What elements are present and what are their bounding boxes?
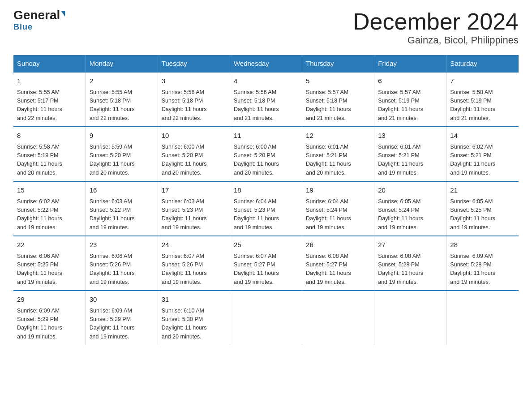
day-cell: 29Sunrise: 6:09 AMSunset: 5:29 PMDayligh…	[13, 291, 86, 345]
header-saturday: Saturday	[446, 55, 519, 72]
day-info: Sunrise: 6:06 AMSunset: 5:25 PMDaylight:…	[17, 252, 82, 287]
day-number: 26	[306, 240, 370, 250]
day-number: 13	[378, 131, 442, 141]
day-number: 28	[450, 240, 515, 250]
header-row: SundayMondayTuesdayWednesdayThursdayFrid…	[13, 55, 519, 72]
header-wednesday: Wednesday	[230, 55, 302, 72]
day-cell	[302, 291, 374, 345]
day-info: Sunrise: 6:06 AMSunset: 5:26 PMDaylight:…	[90, 252, 154, 287]
day-info: Sunrise: 6:01 AMSunset: 5:21 PMDaylight:…	[378, 143, 442, 178]
day-info: Sunrise: 6:09 AMSunset: 5:29 PMDaylight:…	[90, 307, 154, 342]
day-number: 16	[90, 185, 154, 196]
day-cell: 15Sunrise: 6:02 AMSunset: 5:22 PMDayligh…	[13, 181, 86, 236]
day-cell: 25Sunrise: 6:07 AMSunset: 5:27 PMDayligh…	[230, 236, 302, 291]
day-cell: 14Sunrise: 6:02 AMSunset: 5:21 PMDayligh…	[446, 127, 519, 181]
day-cell: 20Sunrise: 6:05 AMSunset: 5:24 PMDayligh…	[374, 181, 446, 236]
calendar-title: December 2024	[353, 9, 519, 34]
day-cell: 5Sunrise: 5:57 AMSunset: 5:18 PMDaylight…	[302, 72, 374, 127]
day-info: Sunrise: 5:58 AMSunset: 5:19 PMDaylight:…	[450, 88, 515, 123]
day-number: 24	[162, 240, 226, 250]
day-number: 20	[378, 185, 442, 196]
day-number: 10	[162, 131, 226, 141]
day-cell: 13Sunrise: 6:01 AMSunset: 5:21 PMDayligh…	[374, 127, 446, 181]
day-info: Sunrise: 6:03 AMSunset: 5:22 PMDaylight:…	[90, 197, 154, 232]
day-cell: 31Sunrise: 6:10 AMSunset: 5:30 PMDayligh…	[158, 291, 230, 345]
day-info: Sunrise: 6:09 AMSunset: 5:28 PMDaylight:…	[450, 252, 515, 287]
day-cell	[374, 291, 446, 345]
day-info: Sunrise: 6:03 AMSunset: 5:23 PMDaylight:…	[162, 197, 226, 232]
day-cell: 4Sunrise: 5:56 AMSunset: 5:18 PMDaylight…	[230, 72, 302, 127]
day-info: Sunrise: 6:08 AMSunset: 5:27 PMDaylight:…	[306, 252, 370, 287]
day-cell: 30Sunrise: 6:09 AMSunset: 5:29 PMDayligh…	[86, 291, 158, 345]
day-cell: 26Sunrise: 6:08 AMSunset: 5:27 PMDayligh…	[302, 236, 374, 291]
day-info: Sunrise: 6:05 AMSunset: 5:25 PMDaylight:…	[450, 197, 515, 232]
day-number: 5	[306, 76, 370, 86]
day-number: 3	[162, 76, 226, 86]
day-cell: 17Sunrise: 6:03 AMSunset: 5:23 PMDayligh…	[158, 181, 230, 236]
day-info: Sunrise: 5:56 AMSunset: 5:18 PMDaylight:…	[234, 88, 298, 123]
day-info: Sunrise: 5:57 AMSunset: 5:18 PMDaylight:…	[306, 88, 370, 123]
day-info: Sunrise: 6:04 AMSunset: 5:23 PMDaylight:…	[234, 197, 298, 232]
day-number: 18	[234, 185, 298, 196]
page-header: General Blue December 2024 Gainza, Bicol…	[13, 9, 519, 46]
day-info: Sunrise: 6:04 AMSunset: 5:24 PMDaylight:…	[306, 197, 370, 232]
week-row-2: 8Sunrise: 5:58 AMSunset: 5:19 PMDaylight…	[13, 127, 519, 181]
day-cell: 24Sunrise: 6:07 AMSunset: 5:26 PMDayligh…	[158, 236, 230, 291]
day-info: Sunrise: 5:55 AMSunset: 5:18 PMDaylight:…	[90, 88, 154, 123]
day-cell	[230, 291, 302, 345]
calendar-body: 1Sunrise: 5:55 AMSunset: 5:17 PMDaylight…	[13, 72, 519, 345]
day-cell: 23Sunrise: 6:06 AMSunset: 5:26 PMDayligh…	[86, 236, 158, 291]
day-number: 25	[234, 240, 298, 250]
day-info: Sunrise: 6:07 AMSunset: 5:27 PMDaylight:…	[234, 252, 298, 287]
week-row-4: 22Sunrise: 6:06 AMSunset: 5:25 PMDayligh…	[13, 236, 519, 291]
day-number: 23	[90, 240, 154, 250]
day-cell: 2Sunrise: 5:55 AMSunset: 5:18 PMDaylight…	[86, 72, 158, 127]
day-info: Sunrise: 6:00 AMSunset: 5:20 PMDaylight:…	[162, 143, 226, 178]
day-info: Sunrise: 6:05 AMSunset: 5:24 PMDaylight:…	[378, 197, 442, 232]
day-cell	[446, 291, 519, 345]
day-cell: 27Sunrise: 6:08 AMSunset: 5:28 PMDayligh…	[374, 236, 446, 291]
day-number: 7	[450, 76, 515, 86]
logo: General Blue	[13, 9, 65, 32]
header-thursday: Thursday	[302, 55, 374, 72]
week-row-3: 15Sunrise: 6:02 AMSunset: 5:22 PMDayligh…	[13, 181, 519, 236]
day-cell: 3Sunrise: 5:56 AMSunset: 5:18 PMDaylight…	[158, 72, 230, 127]
day-cell: 28Sunrise: 6:09 AMSunset: 5:28 PMDayligh…	[446, 236, 519, 291]
day-number: 12	[306, 131, 370, 141]
day-number: 19	[306, 185, 370, 196]
day-number: 21	[450, 185, 515, 196]
day-cell: 12Sunrise: 6:01 AMSunset: 5:21 PMDayligh…	[302, 127, 374, 181]
day-info: Sunrise: 5:59 AMSunset: 5:20 PMDaylight:…	[90, 143, 154, 178]
day-info: Sunrise: 6:01 AMSunset: 5:21 PMDaylight:…	[306, 143, 370, 178]
logo-blue-text: Blue	[13, 22, 33, 32]
day-cell: 7Sunrise: 5:58 AMSunset: 5:19 PMDaylight…	[446, 72, 519, 127]
day-cell: 6Sunrise: 5:57 AMSunset: 5:19 PMDaylight…	[374, 72, 446, 127]
day-cell: 11Sunrise: 6:00 AMSunset: 5:20 PMDayligh…	[230, 127, 302, 181]
day-info: Sunrise: 6:02 AMSunset: 5:21 PMDaylight:…	[450, 143, 515, 178]
calendar-subtitle: Gainza, Bicol, Philippines	[353, 34, 519, 46]
week-row-5: 29Sunrise: 6:09 AMSunset: 5:29 PMDayligh…	[13, 291, 519, 345]
day-number: 22	[17, 240, 82, 250]
day-info: Sunrise: 5:56 AMSunset: 5:18 PMDaylight:…	[162, 88, 226, 123]
day-info: Sunrise: 6:00 AMSunset: 5:20 PMDaylight:…	[234, 143, 298, 178]
day-cell: 8Sunrise: 5:58 AMSunset: 5:19 PMDaylight…	[13, 127, 86, 181]
day-number: 6	[378, 76, 442, 86]
day-number: 29	[17, 295, 82, 305]
day-number: 31	[162, 295, 226, 305]
day-number: 30	[90, 295, 154, 305]
title-block: December 2024 Gainza, Bicol, Philippines	[353, 9, 519, 46]
day-info: Sunrise: 5:58 AMSunset: 5:19 PMDaylight:…	[17, 143, 82, 178]
day-number: 4	[234, 76, 298, 86]
week-row-1: 1Sunrise: 5:55 AMSunset: 5:17 PMDaylight…	[13, 72, 519, 127]
day-cell: 1Sunrise: 5:55 AMSunset: 5:17 PMDaylight…	[13, 72, 86, 127]
header-friday: Friday	[374, 55, 446, 72]
day-number: 1	[17, 76, 82, 86]
logo-text: General	[13, 9, 65, 21]
day-cell: 10Sunrise: 6:00 AMSunset: 5:20 PMDayligh…	[158, 127, 230, 181]
header-monday: Monday	[86, 55, 158, 72]
day-number: 2	[90, 76, 154, 86]
day-info: Sunrise: 5:57 AMSunset: 5:19 PMDaylight:…	[378, 88, 442, 123]
day-info: Sunrise: 5:55 AMSunset: 5:17 PMDaylight:…	[17, 88, 82, 123]
day-number: 9	[90, 131, 154, 141]
day-number: 14	[450, 131, 515, 141]
